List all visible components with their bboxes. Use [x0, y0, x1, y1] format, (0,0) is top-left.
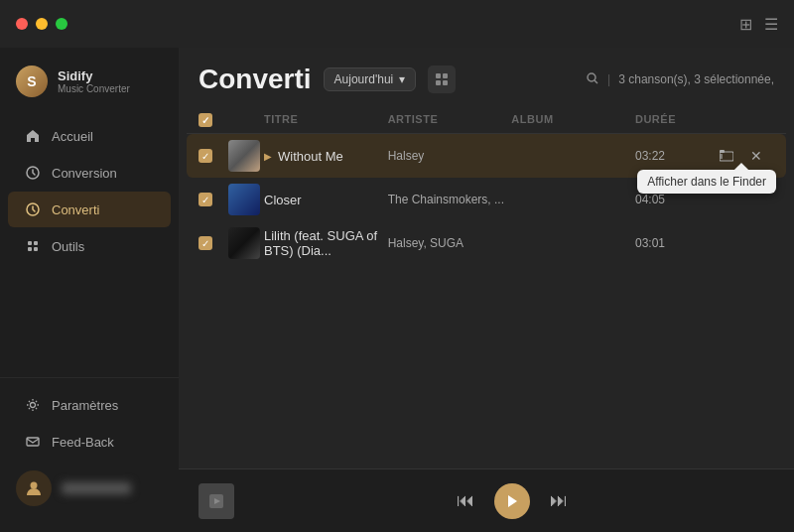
track-thumbnail — [228, 227, 260, 259]
prev-button[interactable]: ⏮ — [457, 490, 474, 511]
svg-rect-4 — [28, 247, 32, 251]
track-title: Lilith (feat. SUGA of BTS) (Dia... — [264, 228, 388, 258]
table-row[interactable]: ✓ ▶ Without Me Halsey 03:22 — [187, 134, 786, 178]
menu-icon[interactable]: ☰ — [764, 15, 778, 34]
logo-avatar: S — [16, 66, 48, 97]
chevron-down-icon: ▾ — [399, 72, 405, 86]
row-checkbox[interactable]: ✓ — [198, 149, 228, 163]
play-pause-button[interactable] — [494, 483, 530, 519]
content-header: Converti Aujourd'hui ▾ — [179, 48, 794, 107]
conversion-icon — [24, 164, 42, 182]
sidebar-item-accueil[interactable]: Accueil — [8, 118, 171, 154]
header-right: | 3 chanson(s), 3 sélectionnée, — [586, 71, 774, 88]
row-checkbox[interactable]: ✓ — [198, 236, 228, 250]
converti-label: Converti — [52, 202, 99, 217]
sidebar: S Sidify Music Converter Accueil — [0, 48, 179, 532]
header-thumb — [228, 113, 264, 127]
svg-marker-19 — [508, 495, 517, 507]
row1-checkbox[interactable]: ✓ — [198, 149, 212, 163]
track-title: Without Me — [278, 149, 343, 164]
row2-duration: 04:05 — [635, 193, 715, 206]
row2-thumb — [228, 184, 264, 215]
sidebar-item-outils[interactable]: Outils — [8, 228, 171, 264]
svg-rect-2 — [28, 241, 32, 245]
accueil-label: Accueil — [52, 129, 93, 144]
row1-artist: Halsey — [388, 149, 512, 163]
track-table: ✓ TITRE ARTISTE ALBUM DURÉE ✓ ▶ W — [179, 107, 794, 468]
row3-thumb — [228, 227, 264, 259]
date-filter-dropdown[interactable]: Aujourd'hui ▾ — [324, 67, 417, 91]
row3-duration: 03:01 — [635, 236, 715, 250]
header-album: ALBUM — [511, 113, 635, 127]
remove-button[interactable]: ✕ — [744, 144, 768, 168]
sidebar-item-feedback[interactable]: Feed-Back — [8, 424, 171, 460]
player-bar: ⏮ ⏭ — [179, 468, 794, 532]
row3-title-cell: Lilith (feat. SUGA of BTS) (Dia... — [264, 228, 388, 258]
logo-text: Sidify Music Converter — [58, 68, 130, 94]
player-controls: ⏮ ⏭ — [250, 483, 774, 519]
clock-icon — [24, 200, 42, 218]
play-icon: ▶ — [264, 151, 272, 162]
sidebar-nav: Accueil Conversion — [0, 117, 179, 377]
header-duree: DURÉE — [635, 113, 715, 127]
app-logo: S Sidify Music Converter — [0, 56, 179, 117]
svg-point-8 — [31, 482, 38, 489]
content-area: Converti Aujourd'hui ▾ — [179, 48, 794, 532]
user-profile[interactable] — [0, 461, 179, 516]
app-name: Sidify — [58, 68, 130, 83]
svg-rect-15 — [720, 150, 725, 153]
sidebar-item-parametres[interactable]: Paramètres — [8, 387, 171, 423]
next-button[interactable]: ⏭ — [550, 490, 568, 511]
row3-checkbox[interactable]: ✓ — [198, 236, 212, 250]
svg-rect-10 — [443, 73, 448, 78]
user-name — [62, 482, 131, 494]
header-titre: TITRE — [264, 113, 388, 127]
grid-toggle-button[interactable] — [428, 66, 456, 93]
svg-rect-3 — [34, 241, 38, 245]
track-thumbnail — [228, 184, 260, 215]
user-avatar — [16, 470, 52, 506]
parametres-label: Paramètres — [52, 398, 118, 413]
table-row[interactable]: ✓ Lilith (feat. SUGA of BTS) (Dia... Hal… — [187, 221, 786, 265]
search-icon[interactable] — [586, 71, 599, 88]
row1-title-cell: ▶ Without Me — [264, 149, 388, 164]
track-thumbnail — [228, 140, 260, 172]
tools-icon — [24, 237, 42, 255]
house-icon — [24, 127, 42, 145]
header-check: ✓ — [198, 113, 228, 127]
close-button[interactable] — [16, 18, 28, 30]
player-thumbnail — [198, 483, 234, 519]
feedback-label: Feed-Back — [52, 435, 114, 450]
traffic-lights — [16, 18, 67, 30]
grid-view-icon[interactable]: ⊞ — [739, 15, 752, 34]
row1-actions: ✕ — [715, 144, 774, 168]
app-subtitle: Music Converter — [58, 83, 130, 94]
page-title: Converti — [198, 64, 312, 95]
conversion-label: Conversion — [52, 166, 117, 181]
row2-artist: The Chainsmokers, ... — [388, 193, 512, 206]
row-checkbox[interactable]: ✓ — [198, 193, 228, 206]
svg-rect-11 — [436, 80, 441, 85]
svg-rect-12 — [443, 80, 448, 85]
row1-duration: 03:22 — [635, 149, 715, 163]
row2-checkbox[interactable]: ✓ — [198, 193, 212, 206]
sidebar-item-conversion[interactable]: Conversion — [8, 155, 171, 191]
header-actions — [715, 113, 774, 127]
divider: | — [607, 72, 610, 86]
gear-icon — [24, 396, 42, 414]
header-artiste: ARTISTE — [388, 113, 512, 127]
outils-label: Outils — [52, 239, 84, 254]
finder-button[interactable] — [715, 144, 738, 168]
mail-icon — [24, 433, 42, 451]
select-all-checkbox[interactable]: ✓ — [198, 113, 212, 127]
status-text: 3 chanson(s), 3 sélectionnée, — [618, 72, 774, 86]
titlebar: ⊞ ☰ — [0, 0, 794, 48]
main-layout: S Sidify Music Converter Accueil — [0, 48, 794, 532]
row3-artist: Halsey, SUGA — [388, 236, 512, 250]
sidebar-item-converti[interactable]: Converti — [8, 192, 171, 227]
sidebar-bottom: Paramètres Feed-Back — [0, 377, 179, 524]
maximize-button[interactable] — [56, 18, 67, 30]
minimize-button[interactable] — [36, 18, 48, 30]
date-filter-label: Aujourd'hui — [334, 72, 394, 86]
titlebar-actions: ⊞ ☰ — [739, 15, 778, 34]
